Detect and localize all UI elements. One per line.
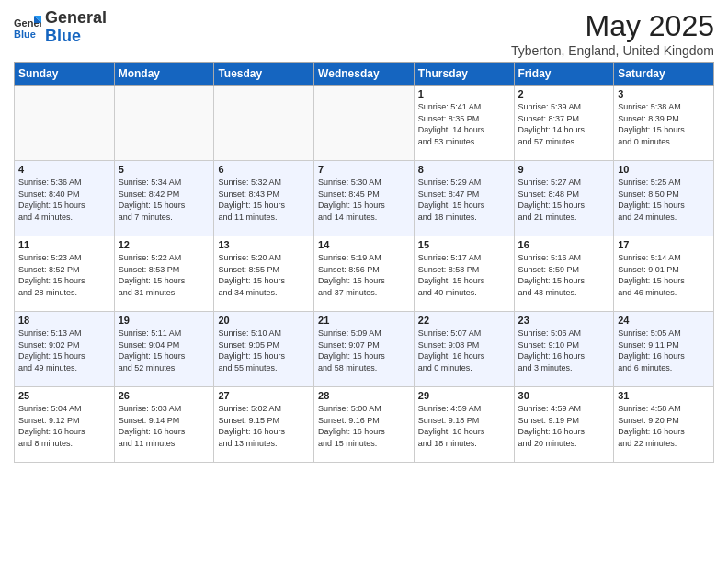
- day-info: Sunrise: 5:14 AM Sunset: 9:01 PM Dayligh…: [618, 252, 710, 298]
- day-info: Sunrise: 5:19 AM Sunset: 8:56 PM Dayligh…: [318, 252, 410, 298]
- day-info: Sunrise: 5:38 AM Sunset: 8:39 PM Dayligh…: [618, 101, 710, 147]
- day-number: 29: [418, 390, 510, 401]
- calendar-table: Sunday Monday Tuesday Wednesday Thursday…: [14, 62, 714, 463]
- day-info: Sunrise: 5:20 AM Sunset: 8:55 PM Dayligh…: [218, 252, 310, 298]
- day-number: 21: [318, 315, 410, 326]
- header-tuesday: Tuesday: [214, 63, 314, 86]
- day-info: Sunrise: 5:06 AM Sunset: 9:10 PM Dayligh…: [518, 327, 610, 373]
- logo-general-text: General: [45, 8, 107, 27]
- day-info: Sunrise: 4:59 AM Sunset: 9:19 PM Dayligh…: [518, 403, 610, 449]
- header-thursday: Thursday: [414, 63, 514, 86]
- day-number: 6: [218, 164, 310, 175]
- table-row: 26Sunrise: 5:03 AM Sunset: 9:14 PM Dayli…: [114, 387, 214, 463]
- svg-text:Blue: Blue: [14, 29, 36, 40]
- table-row: 20Sunrise: 5:10 AM Sunset: 9:05 PM Dayli…: [214, 312, 314, 387]
- table-row: 16Sunrise: 5:16 AM Sunset: 8:59 PM Dayli…: [514, 236, 614, 312]
- calendar-week-4: 18Sunrise: 5:13 AM Sunset: 9:02 PM Dayli…: [15, 312, 714, 387]
- day-number: 31: [618, 390, 710, 401]
- day-number: 13: [218, 239, 310, 250]
- day-number: 30: [518, 390, 610, 401]
- title-block: May 2025 Tyberton, England, United Kingd…: [511, 9, 714, 58]
- table-row: 8Sunrise: 5:29 AM Sunset: 8:47 PM Daylig…: [414, 161, 514, 236]
- day-number: 17: [618, 239, 710, 250]
- day-number: 23: [518, 315, 610, 326]
- calendar-week-1: 1Sunrise: 5:41 AM Sunset: 8:35 PM Daylig…: [15, 86, 714, 161]
- day-number: 16: [518, 239, 610, 250]
- day-number: 28: [318, 390, 410, 401]
- header-sunday: Sunday: [15, 63, 115, 86]
- day-info: Sunrise: 5:39 AM Sunset: 8:37 PM Dayligh…: [518, 101, 610, 147]
- table-row: 21Sunrise: 5:09 AM Sunset: 9:07 PM Dayli…: [314, 312, 415, 387]
- day-info: Sunrise: 4:58 AM Sunset: 9:20 PM Dayligh…: [618, 403, 710, 449]
- day-info: Sunrise: 5:04 AM Sunset: 9:12 PM Dayligh…: [18, 403, 110, 449]
- table-row: 11Sunrise: 5:23 AM Sunset: 8:52 PM Dayli…: [15, 236, 115, 312]
- table-row: 3Sunrise: 5:38 AM Sunset: 8:39 PM Daylig…: [614, 86, 714, 161]
- table-row: 14Sunrise: 5:19 AM Sunset: 8:56 PM Dayli…: [314, 236, 415, 312]
- day-info: Sunrise: 5:16 AM Sunset: 8:59 PM Dayligh…: [518, 252, 610, 298]
- day-number: 2: [518, 88, 610, 99]
- day-info: Sunrise: 5:05 AM Sunset: 9:11 PM Dayligh…: [618, 327, 710, 373]
- header: General Blue General Blue May 2025 Tyber…: [14, 9, 714, 58]
- day-info: Sunrise: 5:23 AM Sunset: 8:52 PM Dayligh…: [18, 252, 110, 298]
- day-info: Sunrise: 5:34 AM Sunset: 8:42 PM Dayligh…: [119, 177, 210, 223]
- day-info: Sunrise: 5:29 AM Sunset: 8:47 PM Dayligh…: [418, 177, 510, 223]
- table-row: 13Sunrise: 5:20 AM Sunset: 8:55 PM Dayli…: [214, 236, 314, 312]
- day-info: Sunrise: 5:32 AM Sunset: 8:43 PM Dayligh…: [218, 177, 310, 223]
- day-info: Sunrise: 5:27 AM Sunset: 8:48 PM Dayligh…: [518, 177, 610, 223]
- table-row: 29Sunrise: 4:59 AM Sunset: 9:18 PM Dayli…: [414, 387, 514, 463]
- day-number: 24: [618, 315, 710, 326]
- day-number: 25: [18, 390, 110, 401]
- table-row: 25Sunrise: 5:04 AM Sunset: 9:12 PM Dayli…: [15, 387, 115, 463]
- day-number: 9: [518, 164, 610, 175]
- day-info: Sunrise: 5:03 AM Sunset: 9:14 PM Dayligh…: [119, 403, 210, 449]
- day-info: Sunrise: 5:30 AM Sunset: 8:45 PM Dayligh…: [318, 177, 410, 223]
- logo-icon: General Blue: [14, 14, 41, 41]
- table-row: 22Sunrise: 5:07 AM Sunset: 9:08 PM Dayli…: [414, 312, 514, 387]
- table-row: 17Sunrise: 5:14 AM Sunset: 9:01 PM Dayli…: [614, 236, 714, 312]
- day-info: Sunrise: 5:11 AM Sunset: 9:04 PM Dayligh…: [119, 327, 210, 373]
- day-number: 8: [418, 164, 510, 175]
- logo-blue-text: Blue: [45, 27, 81, 45]
- day-info: Sunrise: 5:10 AM Sunset: 9:05 PM Dayligh…: [218, 327, 310, 373]
- table-row: 9Sunrise: 5:27 AM Sunset: 8:48 PM Daylig…: [514, 161, 614, 236]
- day-number: 15: [418, 239, 510, 250]
- header-friday: Friday: [514, 63, 614, 86]
- table-row: 1Sunrise: 5:41 AM Sunset: 8:35 PM Daylig…: [414, 86, 514, 161]
- day-info: Sunrise: 4:59 AM Sunset: 9:18 PM Dayligh…: [418, 403, 510, 449]
- calendar-week-3: 11Sunrise: 5:23 AM Sunset: 8:52 PM Dayli…: [15, 236, 714, 312]
- calendar-header-row: Sunday Monday Tuesday Wednesday Thursday…: [15, 63, 714, 86]
- day-number: 4: [18, 164, 110, 175]
- table-row: [214, 86, 314, 161]
- page-container: General Blue General Blue May 2025 Tyber…: [0, 0, 728, 472]
- day-info: Sunrise: 5:02 AM Sunset: 9:15 PM Dayligh…: [218, 403, 310, 449]
- table-row: 4Sunrise: 5:36 AM Sunset: 8:40 PM Daylig…: [15, 161, 115, 236]
- table-row: 19Sunrise: 5:11 AM Sunset: 9:04 PM Dayli…: [114, 312, 214, 387]
- table-row: 5Sunrise: 5:34 AM Sunset: 8:42 PM Daylig…: [114, 161, 214, 236]
- header-monday: Monday: [114, 63, 214, 86]
- day-number: 3: [618, 88, 710, 99]
- day-info: Sunrise: 5:36 AM Sunset: 8:40 PM Dayligh…: [18, 177, 110, 223]
- day-number: 11: [18, 239, 110, 250]
- table-row: 12Sunrise: 5:22 AM Sunset: 8:53 PM Dayli…: [114, 236, 214, 312]
- logo: General Blue General Blue: [14, 9, 107, 46]
- month-title: May 2025: [511, 9, 714, 43]
- day-number: 27: [218, 390, 310, 401]
- table-row: [114, 86, 214, 161]
- calendar-week-5: 25Sunrise: 5:04 AM Sunset: 9:12 PM Dayli…: [15, 387, 714, 463]
- table-row: 7Sunrise: 5:30 AM Sunset: 8:45 PM Daylig…: [314, 161, 415, 236]
- day-info: Sunrise: 5:25 AM Sunset: 8:50 PM Dayligh…: [618, 177, 710, 223]
- day-info: Sunrise: 5:09 AM Sunset: 9:07 PM Dayligh…: [318, 327, 410, 373]
- header-saturday: Saturday: [614, 63, 714, 86]
- day-number: 26: [119, 390, 210, 401]
- day-number: 20: [218, 315, 310, 326]
- table-row: 2Sunrise: 5:39 AM Sunset: 8:37 PM Daylig…: [514, 86, 614, 161]
- header-wednesday: Wednesday: [314, 63, 415, 86]
- day-info: Sunrise: 5:00 AM Sunset: 9:16 PM Dayligh…: [318, 403, 410, 449]
- table-row: 23Sunrise: 5:06 AM Sunset: 9:10 PM Dayli…: [514, 312, 614, 387]
- table-row: 6Sunrise: 5:32 AM Sunset: 8:43 PM Daylig…: [214, 161, 314, 236]
- day-info: Sunrise: 5:07 AM Sunset: 9:08 PM Dayligh…: [418, 327, 510, 373]
- day-number: 12: [119, 239, 210, 250]
- day-number: 7: [318, 164, 410, 175]
- day-info: Sunrise: 5:17 AM Sunset: 8:58 PM Dayligh…: [418, 252, 510, 298]
- day-number: 14: [318, 239, 410, 250]
